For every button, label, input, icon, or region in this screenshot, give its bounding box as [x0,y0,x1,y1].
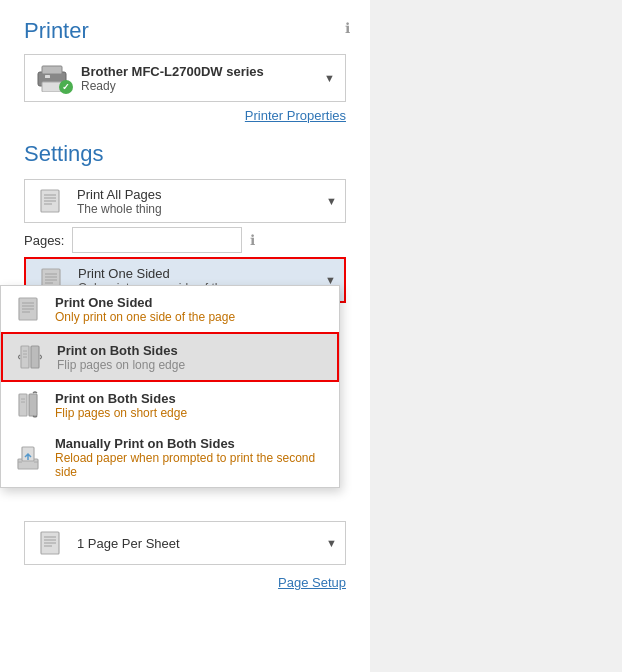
svg-rect-23 [31,346,39,368]
print-all-pages-sub: The whole thing [77,202,318,216]
dropdown-item-both-sides-long[interactable]: Print on Both Sides Flip pages on long e… [1,332,339,382]
printer-selector[interactable]: ✓ Brother MFC-L2700DW series Ready ▼ [24,54,346,102]
both-sides-long-text: Print on Both Sides Flip pages on long e… [57,343,327,372]
pages-info-icon[interactable]: ℹ [250,232,255,248]
printer-status: Ready [81,79,316,93]
manually-text: Manually Print on Both Sides Reload pape… [55,436,329,479]
dropdown-item-both-sides-short[interactable]: Print on Both Sides Flip pages on short … [1,382,339,428]
pages-label: Pages: [24,233,64,248]
per-sheet-icon [33,528,67,558]
dropdown-item-manually[interactable]: Manually Print on Both Sides Reload pape… [1,428,339,487]
both-sides-long-sublabel: Flip pages on long edge [57,358,327,372]
per-sheet-arrow: ▼ [326,537,337,549]
pages-row: Pages: ℹ [24,227,346,253]
manually-icon [11,443,45,473]
printer-name: Brother MFC-L2700DW series [81,64,316,79]
manually-label: Manually Print on Both Sides [55,436,329,451]
both-sides-short-label: Print on Both Sides [55,391,329,406]
printer-info: Brother MFC-L2700DW series Ready [81,64,316,93]
print-all-pages-icon [33,186,67,216]
manually-sublabel: Reload paper when prompted to print the … [55,451,329,479]
svg-rect-27 [29,394,37,416]
pages-input[interactable] [72,227,242,253]
settings-section-title: Settings [24,141,346,167]
printer-status-check: ✓ [59,80,73,94]
print-one-sided-main: Print One Sided [78,266,317,281]
one-sided-icon [11,294,45,324]
one-sided-text: Print One Sided Only print on one side o… [55,295,329,324]
info-icon[interactable]: ℹ [345,20,350,36]
print-all-pages-arrow: ▼ [326,195,337,207]
one-sided-sublabel: Only print on one side of the page [55,310,329,324]
dropdown-item-one-sided[interactable]: Print One Sided Only print on one side o… [1,286,339,332]
both-sides-short-sublabel: Flip pages on short edge [55,406,329,420]
svg-rect-1 [42,66,62,74]
svg-rect-3 [45,75,50,78]
printer-section-title: Printer [24,18,346,44]
one-sided-label: Print One Sided [55,295,329,310]
per-sheet-text: 1 Page Per Sheet [77,536,318,551]
sides-dropdown: Print One Sided Only print on one side o… [0,285,340,488]
svg-rect-24 [19,394,27,416]
printer-icon: ✓ [35,62,71,94]
print-all-pages-selector[interactable]: Print All Pages The whole thing ▼ [24,179,346,223]
both-sides-long-icon [13,342,47,372]
both-sides-short-icon [11,390,45,420]
both-sides-long-label: Print on Both Sides [57,343,327,358]
both-sides-short-text: Print on Both Sides Flip pages on short … [55,391,329,420]
print-all-pages-main: Print All Pages [77,187,318,202]
page-setup-link[interactable]: Page Setup [24,575,346,590]
per-sheet-main: 1 Page Per Sheet [77,536,318,551]
print-all-pages-text: Print All Pages The whole thing [77,187,318,216]
per-sheet-selector[interactable]: 1 Page Per Sheet ▼ [24,521,346,565]
printer-dropdown-arrow: ▼ [324,72,335,84]
printer-properties-link[interactable]: Printer Properties [24,108,346,123]
